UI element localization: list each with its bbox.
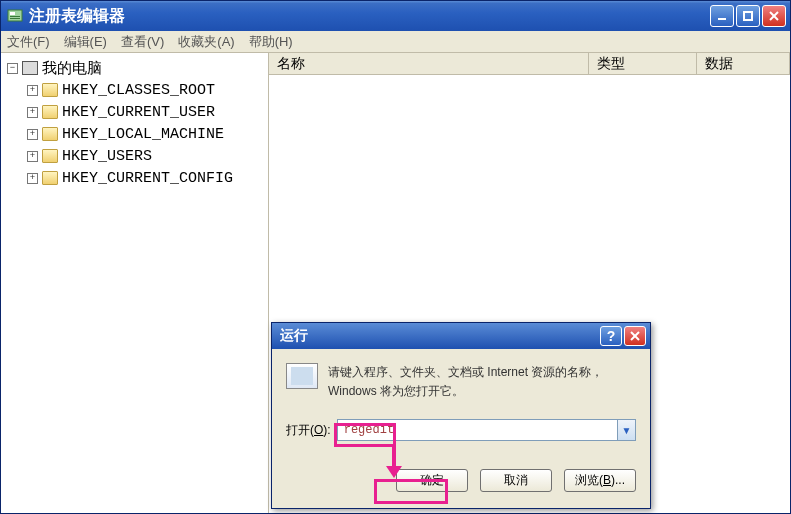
run-buttons: 确定 取消 浏览(B)... [286, 469, 636, 492]
menubar: 文件(F) 编辑(E) 查看(V) 收藏夹(A) 帮助(H) [1, 31, 790, 53]
folder-icon [42, 149, 58, 163]
list-header: 名称 类型 数据 [269, 53, 790, 75]
dropdown-icon[interactable]: ▼ [618, 419, 636, 441]
regedit-icon [7, 8, 23, 24]
main-titlebar[interactable]: 注册表编辑器 [1, 1, 790, 31]
open-label: 打开(O): [286, 422, 331, 439]
tree-item-label: HKEY_CURRENT_USER [62, 104, 215, 121]
maximize-button[interactable] [736, 5, 760, 27]
cancel-button[interactable]: 取消 [480, 469, 552, 492]
open-combobox[interactable]: ▼ [337, 419, 636, 441]
browse-button[interactable]: 浏览(B)... [564, 469, 636, 492]
ok-button[interactable]: 确定 [396, 469, 468, 492]
column-type[interactable]: 类型 [589, 53, 697, 74]
tree-root[interactable]: − 我的电脑 [3, 57, 266, 79]
expander-icon[interactable]: + [27, 173, 38, 184]
expander-icon[interactable]: − [7, 63, 18, 74]
run-dialog-title: 运行 [280, 327, 598, 345]
expander-icon[interactable]: + [27, 151, 38, 162]
expander-icon[interactable]: + [27, 85, 38, 96]
tree-item[interactable]: + HKEY_USERS [3, 145, 266, 167]
folder-icon [42, 105, 58, 119]
folder-icon [42, 171, 58, 185]
run-dialog[interactable]: 运行 ? 请键入程序、文件夹、文档或 Internet 资源的名称，Window… [271, 322, 651, 509]
tree-pane[interactable]: − 我的电脑 + HKEY_CLASSES_ROOT + HKEY_CURREN… [1, 53, 269, 513]
menu-file[interactable]: 文件(F) [7, 33, 50, 51]
menu-view[interactable]: 查看(V) [121, 33, 164, 51]
run-app-icon [286, 363, 318, 389]
tree-item[interactable]: + HKEY_CLASSES_ROOT [3, 79, 266, 101]
menu-help[interactable]: 帮助(H) [249, 33, 293, 51]
tree-item[interactable]: + HKEY_CURRENT_CONFIG [3, 167, 266, 189]
expander-icon[interactable]: + [27, 129, 38, 140]
svg-rect-5 [744, 12, 752, 20]
menu-edit[interactable]: 编辑(E) [64, 33, 107, 51]
svg-rect-1 [10, 12, 15, 15]
run-body: 请键入程序、文件夹、文档或 Internet 资源的名称，Windows 将为您… [272, 349, 650, 508]
tree-item[interactable]: + HKEY_CURRENT_USER [3, 101, 266, 123]
svg-rect-2 [10, 16, 20, 17]
minimize-button[interactable] [710, 5, 734, 27]
window-title: 注册表编辑器 [29, 6, 710, 27]
tree-item-label: HKEY_USERS [62, 148, 152, 165]
open-row: 打开(O): ▼ [286, 419, 636, 441]
column-name[interactable]: 名称 [269, 53, 589, 74]
svg-rect-4 [718, 18, 726, 20]
tree-item-label: HKEY_CURRENT_CONFIG [62, 170, 233, 187]
menu-favorites[interactable]: 收藏夹(A) [178, 33, 234, 51]
folder-icon [42, 83, 58, 97]
run-close-button[interactable] [624, 326, 646, 346]
folder-icon [42, 127, 58, 141]
expander-icon[interactable]: + [27, 107, 38, 118]
window-controls [710, 5, 786, 27]
open-input[interactable] [337, 419, 618, 441]
tree-root-label: 我的电脑 [42, 59, 102, 78]
tree-item-label: HKEY_CLASSES_ROOT [62, 82, 215, 99]
run-description-row: 请键入程序、文件夹、文档或 Internet 资源的名称，Windows 将为您… [286, 363, 636, 401]
run-description: 请键入程序、文件夹、文档或 Internet 资源的名称，Windows 将为您… [328, 363, 636, 401]
tree-item-label: HKEY_LOCAL_MACHINE [62, 126, 224, 143]
column-data[interactable]: 数据 [697, 53, 790, 74]
svg-rect-3 [10, 18, 20, 19]
close-button[interactable] [762, 5, 786, 27]
computer-icon [22, 61, 38, 75]
help-button[interactable]: ? [600, 326, 622, 346]
run-titlebar[interactable]: 运行 ? [272, 323, 650, 349]
tree-item[interactable]: + HKEY_LOCAL_MACHINE [3, 123, 266, 145]
svg-rect-0 [8, 10, 22, 21]
